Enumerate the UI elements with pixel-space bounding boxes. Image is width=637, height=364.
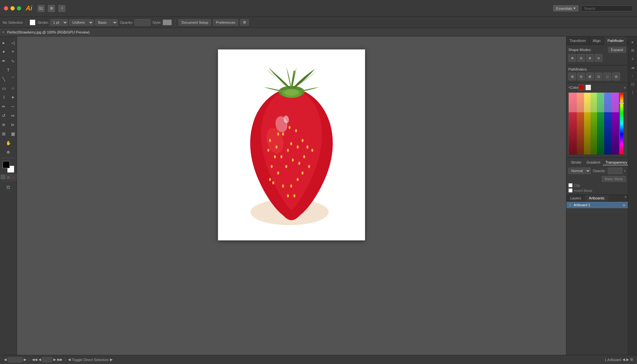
sep1 <box>26 19 26 26</box>
blend-mode-select[interactable]: Normal <box>568 168 591 174</box>
divide-btn[interactable]: ⊞ <box>568 73 576 80</box>
page-input[interactable]: 1 <box>42 357 52 362</box>
toggle-right-arrow[interactable]: ▶ <box>110 357 113 362</box>
transparency-tab[interactable]: Transparency <box>603 160 628 165</box>
magic-wand-tool[interactable]: ✦ <box>0 47 8 56</box>
invert-mask-checkbox[interactable] <box>568 188 573 193</box>
shaper-tool[interactable]: ∽ <box>9 102 17 111</box>
icon-arrange[interactable]: ⊞ <box>48 5 55 12</box>
color-panel-menu[interactable]: ≡ <box>624 86 626 89</box>
brush-icon[interactable]: ⌇ <box>629 89 636 96</box>
ellipse-tool[interactable]: ○ <box>9 84 17 92</box>
paintbrush-tool[interactable]: ⌇ <box>0 93 8 101</box>
tab-align[interactable]: Align <box>590 36 604 45</box>
hand-tool[interactable]: ✋ <box>4 139 13 147</box>
zoom-arrow-left[interactable]: ◀ <box>4 357 7 362</box>
color-picker-area[interactable] <box>568 92 626 154</box>
stroke-style-select[interactable]: Uniform <box>69 19 94 26</box>
column-graph-tool[interactable]: ⊞ <box>0 129 8 138</box>
gradient-mode-btn[interactable]: ◫ <box>6 175 11 179</box>
trim-btn[interactable]: ⊟ <box>577 73 585 80</box>
doc-close-button[interactable]: ✕ <box>2 31 5 34</box>
icon-s1[interactable]: S1 <box>37 5 45 12</box>
foreground-color-swatch[interactable] <box>3 161 10 168</box>
tab-pathfinder[interactable]: Pathfinder <box>604 36 627 45</box>
intersect-btn[interactable]: ⊗ <box>586 54 594 62</box>
clip-checkbox[interactable] <box>568 183 573 187</box>
style-swatch[interactable] <box>163 20 172 25</box>
width-tool[interactable]: ⊳ <box>9 120 17 129</box>
page-first[interactable]: ◀◀ <box>32 357 37 362</box>
artboard-prev-icon[interactable]: ◀ <box>622 357 625 362</box>
make-mask-button[interactable]: Make Mask <box>602 176 626 182</box>
direct-selection-tool[interactable]: ◁ <box>9 38 17 47</box>
collapse-right-btn[interactable]: ▸ <box>629 38 636 46</box>
icon-brush[interactable]: ⌇ <box>58 5 65 12</box>
blob-brush-tool[interactable]: ✦ <box>9 93 17 101</box>
curvature-tool[interactable]: ∿ <box>9 57 17 65</box>
artboard-row[interactable]: 1 Artboard 1 ⊞ <box>566 202 628 208</box>
artboard-settings-icon[interactable]: ⊞ <box>630 357 633 362</box>
lasso-tool[interactable]: ⌖ <box>9 47 17 56</box>
artboards-icon[interactable]: ⊡ <box>629 81 636 88</box>
layers-menu[interactable]: ≡ <box>625 195 627 201</box>
artboard-next-icon[interactable]: ▶ <box>626 357 629 362</box>
preferences-button[interactable]: Preferences <box>213 19 238 26</box>
asset-export-icon[interactable]: ↑ <box>629 72 636 79</box>
crop-btn[interactable]: ⊡ <box>595 73 603 80</box>
arc-tool[interactable]: ⌒ <box>9 75 17 83</box>
fill-swatch[interactable] <box>30 20 35 25</box>
minimize-button[interactable] <box>10 6 15 10</box>
unite-btn[interactable]: ⊕ <box>568 54 576 62</box>
artboards-tab[interactable]: Artboards <box>585 195 608 201</box>
pen-tool[interactable]: ✒ <box>0 57 8 65</box>
pathfinder-buttons: ⊞ ⊟ ⊠ ⊡ □ ⊟ <box>568 73 626 80</box>
exclude-btn[interactable]: ⊝ <box>595 54 603 62</box>
close-button[interactable] <box>4 6 8 10</box>
properties-icon[interactable]: ≡ <box>629 55 636 62</box>
merge-btn[interactable]: ⊠ <box>586 73 594 80</box>
expand-button[interactable]: Expand <box>608 47 626 53</box>
toggle-selection: ◀ Toggle Direct Selection ▶ <box>68 357 113 362</box>
artboard-tool[interactable]: ⊡ <box>4 183 13 191</box>
color-mode-btn[interactable] <box>1 175 5 179</box>
rectangle-tool[interactable]: ▭ <box>0 84 8 92</box>
opacity-value-input[interactable]: 100% <box>608 168 622 174</box>
rotate-tool[interactable]: ↺ <box>0 111 8 120</box>
zoom-input[interactable]: 100% <box>8 357 22 362</box>
selection-tool[interactable]: ▸ <box>0 38 8 47</box>
none-mode-btn[interactable]: ⊘ <box>12 175 16 179</box>
opacity-input[interactable]: 100% <box>134 19 151 26</box>
stroke-weight-select[interactable]: Basic <box>95 19 118 26</box>
layers-tab[interactable]: Layers <box>566 195 585 201</box>
minus-back-btn[interactable]: ⊟ <box>612 73 620 80</box>
page-next[interactable]: ▶ <box>53 357 56 362</box>
maximize-button[interactable] <box>17 6 21 10</box>
outline-btn[interactable]: □ <box>603 73 611 80</box>
toggle-left-arrow[interactable]: ◀ <box>68 357 71 362</box>
zoom-tool[interactable]: ⊕ <box>4 148 13 156</box>
gradient-tab[interactable]: Gradient <box>584 160 603 165</box>
cc-libraries-icon[interactable]: ☁ <box>629 64 636 71</box>
stroke-weight-input[interactable]: 1 pt <box>50 19 68 26</box>
essentials-button[interactable]: Essentials ▾ <box>553 5 578 11</box>
reflect-tool[interactable]: ⇔ <box>9 111 17 120</box>
bar-graph-tool[interactable]: ▦ <box>9 129 17 138</box>
opacity-arrows[interactable]: ▸ <box>624 169 626 172</box>
fg-color-swatch[interactable] <box>578 85 584 90</box>
libraries-icon[interactable]: ⊞ <box>629 47 636 54</box>
minus-front-btn[interactable]: ⊖ <box>577 54 585 62</box>
page-prev[interactable]: ◀ <box>38 357 41 362</box>
document-setup-button[interactable]: Document Setup <box>179 19 211 26</box>
warp-tool[interactable]: ≋ <box>0 120 8 129</box>
tab-transform[interactable]: Transform <box>566 36 590 45</box>
zoom-arrow-right[interactable]: ▶ <box>24 357 26 362</box>
search-input[interactable] <box>581 6 633 11</box>
page-last[interactable]: ▶▶ <box>57 357 62 362</box>
extra-button[interactable]: ⊞ <box>240 19 249 26</box>
line-tool[interactable]: ╲ <box>0 75 8 83</box>
type-tool[interactable]: T <box>4 66 13 74</box>
stroke-tab[interactable]: Stroke <box>568 160 584 165</box>
bg-color-swatch[interactable] <box>585 85 591 90</box>
pencil-tool[interactable]: ✏ <box>0 102 8 111</box>
